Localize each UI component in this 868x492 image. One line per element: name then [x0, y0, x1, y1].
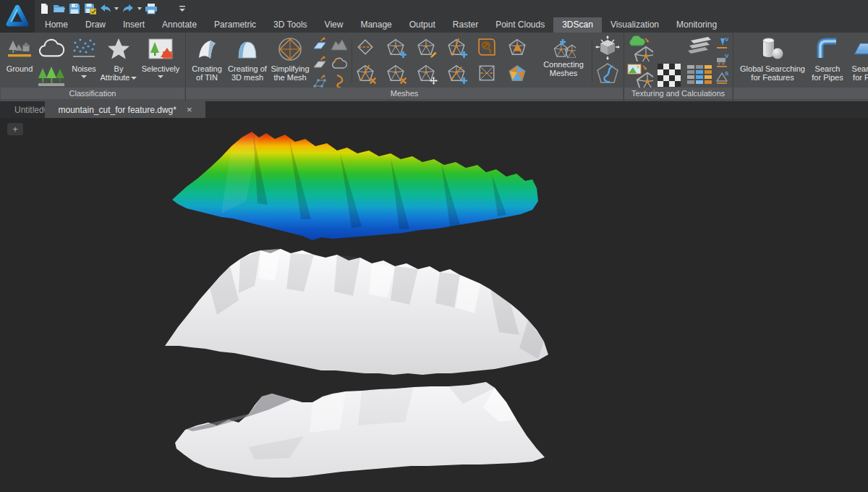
- new-file-icon[interactable]: [38, 2, 51, 15]
- add-breakline-button[interactable]: [444, 35, 469, 59]
- quick-access-toolbar: [38, 1, 191, 16]
- open-folder-icon[interactable]: [53, 2, 66, 15]
- color-mountain-icon: [656, 36, 682, 61]
- plane-icon: [846, 35, 868, 64]
- flatten-mesh-button[interactable]: [311, 54, 328, 72]
- mesh-ridge-button[interactable]: [330, 35, 349, 53]
- search-planes-label-1: Search: [846, 64, 868, 73]
- ribbon-tab-view[interactable]: View: [316, 17, 352, 33]
- cloud-outline-icon: [331, 56, 348, 70]
- ribbon-tab-monitoring[interactable]: Monitoring: [668, 17, 726, 33]
- simplified-low-poly-mesh[interactable]: [175, 382, 545, 478]
- flip-edge-button[interactable]: [475, 62, 499, 85]
- delete-mesh-button[interactable]: [383, 62, 408, 85]
- ribbon-tab-insert[interactable]: Insert: [114, 17, 153, 33]
- ribbon-tab-home[interactable]: Home: [36, 17, 77, 33]
- split-mesh-button[interactable]: [353, 35, 378, 59]
- save-as-icon[interactable]: [83, 2, 96, 15]
- edit-mesh-button[interactable]: [414, 35, 438, 59]
- elevation-colored-mesh[interactable]: [172, 132, 538, 240]
- sections-button[interactable]: [684, 35, 715, 62]
- save-icon[interactable]: [68, 2, 81, 15]
- classify-selectively-button[interactable]: Selectively: [139, 35, 182, 78]
- ribbon-tab-draw[interactable]: Draw: [77, 17, 114, 33]
- delete-breakline-button[interactable]: [353, 62, 378, 85]
- ground-icon: [1, 35, 38, 64]
- fill-triangle-button[interactable]: [505, 35, 529, 59]
- elevation-coloring-button[interactable]: [655, 35, 683, 62]
- ground-button[interactable]: Ground: [1, 35, 38, 73]
- classify-cloud-button[interactable]: [36, 34, 67, 63]
- ribbon: Ground N: [0, 33, 868, 101]
- move-mesh-button[interactable]: [414, 62, 438, 85]
- divider: [352, 38, 352, 82]
- section-box-button[interactable]: [595, 35, 621, 60]
- redo-icon[interactable]: [122, 2, 135, 15]
- add-mesh-button[interactable]: [383, 35, 408, 59]
- classify-by-attribute-button[interactable]: By Attribute: [100, 35, 137, 82]
- surface-area-button[interactable]: S: [715, 69, 731, 86]
- patch-hole-button[interactable]: [475, 35, 499, 59]
- creating-3dmesh-button[interactable]: Creating of 3D mesh: [227, 35, 268, 82]
- mesh-section-button[interactable]: [595, 62, 621, 86]
- classify-vegetation-button[interactable]: [36, 64, 67, 90]
- svg-text:V: V: [725, 36, 729, 43]
- noises-icon: [68, 35, 100, 64]
- primitives-icon: [736, 35, 809, 64]
- by-attribute-label-2: Attribute: [100, 73, 137, 82]
- by-attribute-dropdown-icon: [131, 77, 137, 80]
- noises-dropdown-icon: [81, 75, 87, 78]
- ribbon-tab-annotate[interactable]: Annotate: [153, 17, 205, 33]
- creating-tin-label-1: Creating: [188, 64, 226, 73]
- ribbon-tab-3dscan[interactable]: 3DScan: [553, 17, 602, 33]
- search-pipes-button[interactable]: Search for Pipes: [811, 35, 844, 82]
- volume-below-button[interactable]: V: [715, 52, 731, 69]
- creating-tin-button[interactable]: Creating of TIN: [188, 35, 226, 82]
- connecting-meshes-button[interactable]: Connecting Meshes: [537, 35, 590, 77]
- document-tab-active[interactable]: mountain_cut_for feature.dwg* ×: [45, 101, 205, 118]
- creating-3dmesh-label-1: Creating of: [227, 64, 268, 73]
- close-tab-icon[interactable]: ×: [187, 105, 192, 114]
- simplifying-mesh-label-1: Simplifying: [269, 64, 311, 73]
- texture-from-image-button[interactable]: [626, 63, 654, 88]
- print-icon[interactable]: [145, 2, 158, 15]
- ribbon-tab-visualization[interactable]: Visualization: [602, 17, 668, 33]
- ribbon-tab-pointclouds[interactable]: Point Clouds: [487, 17, 553, 33]
- connecting-meshes-label-1: Connecting: [537, 60, 590, 69]
- ribbon-tab-manage[interactable]: Manage: [352, 17, 400, 33]
- meshes-group-label: Meshes: [186, 88, 623, 99]
- simplifying-mesh-button[interactable]: Simplifying the Mesh: [269, 35, 311, 82]
- paint-mesh-button[interactable]: [505, 62, 529, 85]
- ribbon-tab-raster[interactable]: Raster: [444, 17, 487, 33]
- nanocad-logo-icon: [4, 3, 31, 30]
- redo-dropdown-icon[interactable]: [137, 7, 142, 10]
- add-edge-button[interactable]: [444, 62, 469, 85]
- checker-texture-button[interactable]: [655, 63, 683, 88]
- cloud-outline-button[interactable]: [330, 54, 349, 72]
- painted-mesh-icon: [508, 64, 527, 82]
- calculation-table-button[interactable]: [684, 63, 715, 88]
- undo-dropdown-icon[interactable]: [114, 7, 119, 10]
- volume-machine-icon: V: [715, 53, 730, 68]
- flatten-selection-button[interactable]: [311, 35, 328, 53]
- noises-button[interactable]: Noises: [68, 35, 100, 78]
- undo-icon[interactable]: [98, 2, 111, 15]
- ribbon-tab-3dtools[interactable]: 3D Tools: [265, 17, 315, 33]
- ribbon-tab-parametric[interactable]: Parametric: [205, 17, 265, 33]
- group-classification: Ground N: [0, 33, 186, 101]
- dome-mesh-icon: [227, 35, 268, 64]
- ribbon-tab-output[interactable]: Output: [401, 17, 444, 33]
- volume-above-button[interactable]: V: [715, 35, 731, 51]
- creating-3dmesh-label-2: 3D mesh: [227, 73, 268, 82]
- mesh-curve-icon: [595, 62, 620, 86]
- viewport-canvas[interactable]: +: [0, 118, 868, 492]
- app-logo[interactable]: [0, 0, 35, 33]
- customize-toolbar-icon[interactable]: [176, 2, 189, 15]
- group-feature-search: Global Searcching for Features Search fo…: [733, 33, 868, 101]
- cloud-to-mesh-icon: [627, 35, 653, 62]
- search-planes-button[interactable]: Search for Pla: [846, 35, 868, 82]
- texture-from-cloud-button[interactable]: [626, 35, 654, 62]
- global-search-features-button[interactable]: Global Searcching for Features: [736, 35, 809, 82]
- document-tab-label: mountain_cut_for feature.dwg*: [58, 105, 176, 115]
- white-tin-mesh[interactable]: [165, 249, 548, 375]
